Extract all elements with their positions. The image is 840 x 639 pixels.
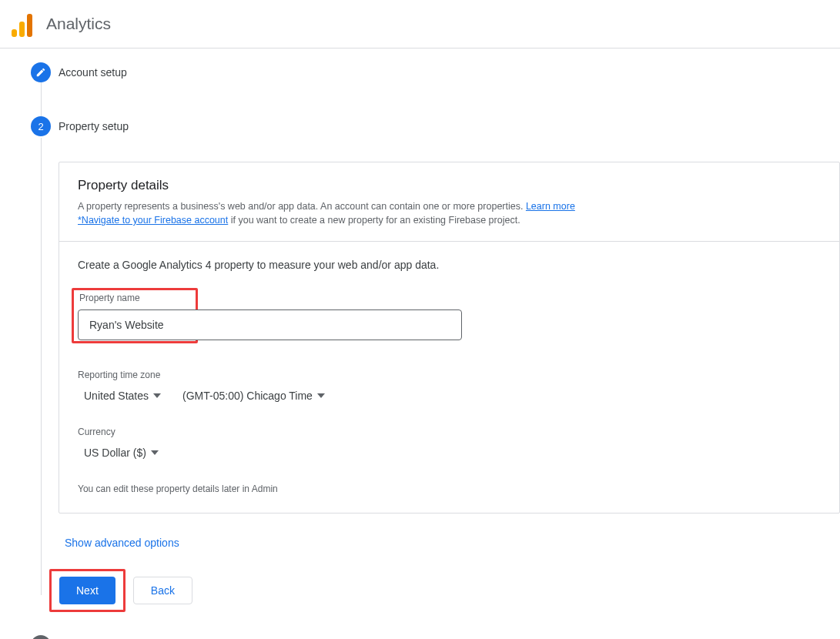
step-account-setup[interactable]: Account setup [0, 65, 840, 119]
property-name-label: Property name [79, 293, 140, 303]
next-button[interactable]: Next [59, 577, 115, 604]
pencil-icon [31, 62, 51, 82]
setup-stepper: Account setup 2 Property setup Property … [0, 65, 840, 639]
currency-dropdown[interactable]: US Dollar ($) [84, 443, 821, 462]
timezone-value-dropdown[interactable]: (GMT-05:00) Chicago Time [182, 386, 325, 405]
chevron-down-icon [151, 450, 159, 455]
timezone-label: Reporting time zone [78, 370, 821, 380]
app-title: Analytics [46, 15, 111, 33]
card-title: Property details [78, 178, 821, 193]
show-advanced-options-link[interactable]: Show advanced options [65, 537, 840, 549]
highlight-next-button: Next [49, 569, 125, 612]
timezone-country-dropdown[interactable]: United States [84, 386, 161, 405]
learn-more-link[interactable]: Learn more [526, 201, 575, 212]
currency-label: Currency [78, 427, 821, 437]
step-label: Property setup [59, 119, 840, 134]
property-details-card: Property details A property represents a… [59, 162, 840, 514]
card-description: A property represents a business's web a… [78, 199, 821, 227]
step-number-badge: 2 [31, 116, 51, 136]
top-bar: Analytics [0, 0, 840, 49]
firebase-link[interactable]: *Navigate to your Firebase account [78, 215, 228, 226]
chevron-down-icon [317, 393, 325, 398]
step-property-setup: 2 Property setup Property details A prop… [0, 119, 840, 612]
back-button[interactable]: Back [133, 577, 192, 604]
analytics-logo-icon [12, 11, 32, 37]
property-name-input[interactable] [78, 309, 462, 340]
card-lead-text: Create a Google Analytics 4 property to … [78, 259, 821, 271]
chevron-down-icon [153, 393, 161, 398]
edit-later-footnote: You can edit these property details late… [78, 483, 821, 494]
step-number-badge: 3 [31, 635, 51, 639]
step-label: Account setup [59, 65, 840, 80]
